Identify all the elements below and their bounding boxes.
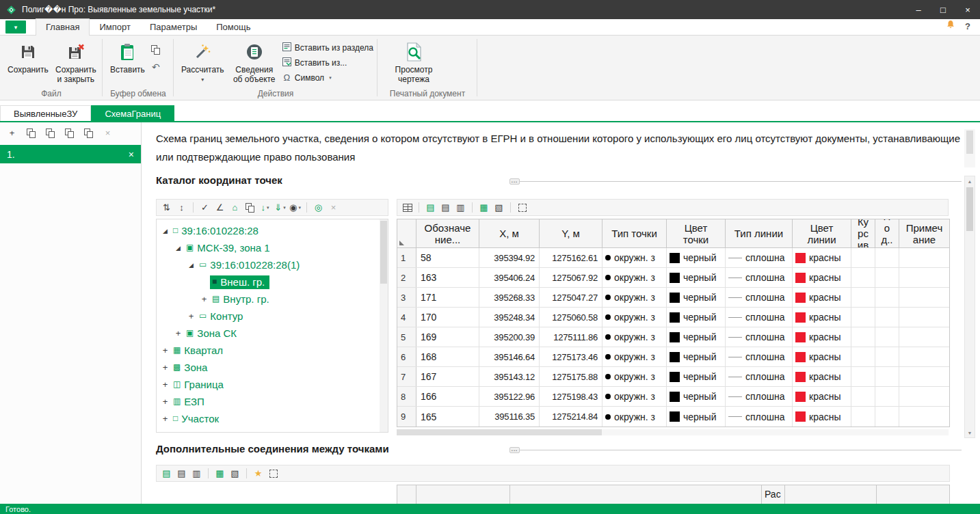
cell[interactable]: окружн. з — [602, 347, 667, 366]
renumber-points-icon[interactable]: ⇅ — [160, 201, 173, 214]
import-points-icon[interactable]: ↓▾ — [259, 201, 272, 214]
reverse-points-icon[interactable]: ↕ — [175, 201, 188, 214]
cell[interactable]: сплошна — [726, 268, 793, 287]
tree-item[interactable]: ◢□39:16:010228:28 — [157, 222, 388, 239]
cell[interactable]: красны — [793, 347, 851, 366]
tree-node[interactable]: ▦Квартал — [171, 344, 228, 357]
cell[interactable] — [875, 407, 899, 427]
cell[interactable]: 395200.39 — [479, 327, 540, 347]
cell[interactable] — [899, 288, 949, 307]
expand-icon[interactable]: + — [198, 294, 210, 304]
cell[interactable] — [851, 288, 875, 307]
cell[interactable]: 1 — [397, 248, 416, 267]
cell[interactable] — [899, 327, 949, 347]
paste-document-icon[interactable] — [82, 126, 95, 139]
row-add-below-icon[interactable]: ▤ — [439, 201, 452, 214]
cell[interactable]: сплошна — [726, 347, 793, 366]
cell[interactable]: 395268.33 — [479, 288, 540, 307]
cell[interactable]: черный — [667, 407, 726, 427]
table-fullscreen-icon[interactable] — [516, 201, 529, 214]
row-delete-icon[interactable]: ▧ — [228, 467, 241, 480]
coordinate-system-icon[interactable]: ◉▾ — [289, 201, 302, 214]
angle-calc-icon[interactable]: ∠ — [213, 201, 226, 214]
column-header[interactable] — [397, 485, 416, 504]
cell[interactable]: 1275047.27 — [540, 288, 602, 307]
cell[interactable]: 395394.92 — [479, 248, 540, 267]
add-document-icon[interactable]: + — [5, 126, 18, 139]
cell[interactable]: окружн. з — [602, 367, 667, 386]
cell[interactable] — [851, 248, 875, 267]
cell[interactable]: черный — [667, 347, 726, 366]
cell[interactable]: сплошна — [726, 387, 793, 406]
cell[interactable]: 395122.96 — [479, 387, 540, 406]
cell[interactable] — [851, 268, 875, 287]
cell[interactable]: красны — [793, 387, 851, 406]
tree-item[interactable]: ■Внеш. гр. — [157, 273, 388, 290]
row-move-icon[interactable]: ▦ — [477, 201, 490, 214]
close-document-icon[interactable]: × — [129, 149, 134, 160]
cell[interactable]: 4 — [397, 308, 416, 327]
horizontal-splitter[interactable] — [509, 450, 962, 450]
cell[interactable]: 395248.34 — [479, 308, 540, 327]
minimize-button[interactable]: – — [906, 0, 931, 19]
expand-icon[interactable]: + — [185, 311, 197, 321]
cell[interactable]: красны — [793, 407, 851, 427]
row-add-above-icon[interactable]: ▤ — [160, 467, 173, 480]
cell[interactable]: 9 — [397, 407, 416, 427]
cell[interactable]: 170 — [416, 308, 479, 327]
cell[interactable] — [899, 407, 949, 427]
calculate-button[interactable]: Рассчитать ▾ — [178, 38, 228, 85]
table-row[interactable]: 9165395116.351275214.84окружн. зчерныйсп… — [397, 407, 949, 427]
cell[interactable]: 1275162.61 — [540, 248, 602, 267]
tree-node[interactable]: ▭39:16:010228:28(1) — [197, 258, 304, 272]
table-row[interactable]: 2163395406.241275067.92окружн. зчерныйсп… — [397, 268, 949, 288]
tree-node[interactable]: ■Внеш. гр. — [210, 275, 269, 289]
column-header[interactable]: Цвет линии — [793, 219, 851, 247]
table-vertical-scrollbar[interactable]: ▲ ▼ — [964, 176, 975, 438]
magic-wand-icon[interactable]: ★ — [252, 467, 265, 480]
table-horizontal-scrollbar[interactable] — [397, 429, 949, 435]
row-add-above-icon[interactable]: ▤ — [424, 201, 437, 214]
cell[interactable]: 8 — [397, 387, 416, 406]
table-fullscreen-icon[interactable] — [267, 467, 280, 480]
scrollbar-thumb[interactable] — [966, 131, 973, 154]
scrollbar-thumb[interactable] — [380, 221, 387, 284]
collapse-icon[interactable]: ◢ — [185, 262, 197, 269]
table-row[interactable]: 7167395143.121275175.88окружн. зчерныйсп… — [397, 367, 949, 387]
column-header[interactable]: Рас... — [762, 485, 785, 504]
column-header[interactable] — [785, 485, 877, 504]
column-header[interactable]: Y, м — [540, 219, 602, 247]
splitter-grip[interactable] — [509, 447, 520, 453]
column-header[interactable]: Обозначение... — [416, 219, 479, 247]
duplicate-document-icon[interactable] — [25, 126, 38, 139]
document-tab-identified-parcels[interactable]: ВыявленныеЗУ — [0, 105, 91, 121]
save-button[interactable]: Сохранить — [4, 38, 52, 75]
tree-node[interactable]: ▥ЕЗП — [171, 395, 209, 409]
tree-item[interactable]: ◢▣МСК-39, зона 1 — [157, 239, 388, 256]
table-row[interactable]: 4170395248.341275060.58окружн. зчерныйсп… — [397, 308, 949, 327]
cell[interactable]: 168 — [416, 347, 479, 366]
column-header[interactable]: Тип линии — [726, 219, 793, 247]
expand-icon[interactable]: + — [159, 396, 171, 407]
cell[interactable]: 395143.12 — [479, 367, 540, 386]
cell[interactable] — [875, 288, 899, 307]
undo-button[interactable]: ↶ — [150, 62, 162, 72]
cell[interactable]: 169 — [416, 327, 479, 347]
scrollbar-thumb[interactable] — [966, 187, 973, 231]
cell[interactable]: 5 — [397, 327, 416, 347]
description-scrollbar[interactable] — [964, 129, 975, 167]
cell[interactable]: 165 — [416, 407, 479, 427]
expand-icon[interactable]: + — [172, 328, 184, 338]
tree-node[interactable]: ▭Контур — [197, 310, 248, 323]
column-header[interactable] — [416, 485, 510, 504]
copy-structure-icon[interactable] — [63, 126, 76, 139]
table-columns-icon[interactable] — [401, 201, 414, 214]
insert-from-section-button[interactable]: Вставить из раздела — [282, 42, 373, 53]
cell[interactable]: красны — [793, 268, 851, 287]
cell[interactable]: красны — [793, 288, 851, 307]
ribbon-tab-parameters[interactable]: Параметры — [140, 19, 207, 35]
expand-icon[interactable]: + — [159, 362, 171, 373]
cell[interactable]: черный — [667, 268, 726, 287]
cell[interactable]: красны — [793, 367, 851, 386]
cell[interactable]: черный — [667, 367, 726, 386]
